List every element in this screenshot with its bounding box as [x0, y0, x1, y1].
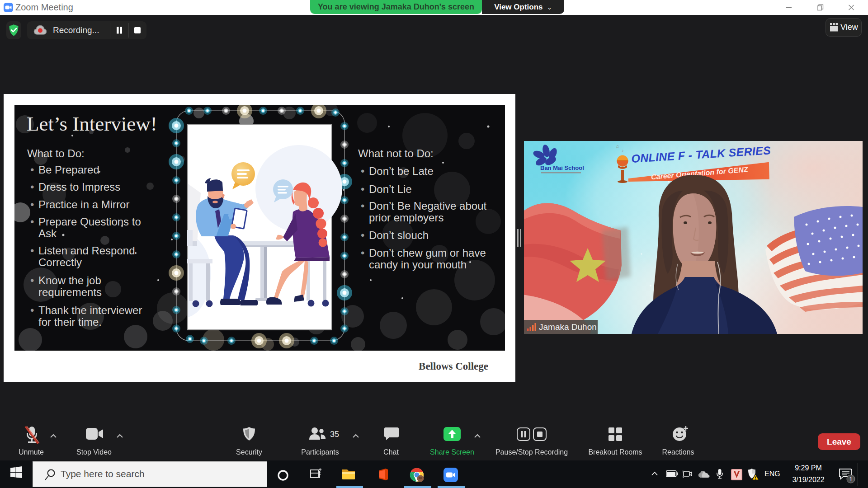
svg-text:♪: ♪ — [622, 148, 624, 153]
svg-text:1: 1 — [849, 476, 852, 483]
svg-text:Ban Mai School: Ban Mai School — [540, 164, 584, 171]
svg-text:♫: ♫ — [615, 144, 619, 149]
